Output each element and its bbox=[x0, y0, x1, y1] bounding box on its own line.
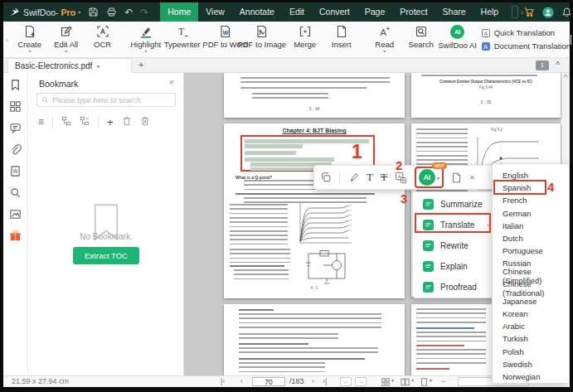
language-dutch[interactable]: Dutch bbox=[493, 232, 569, 244]
create-caret-icon[interactable]: ▾ bbox=[28, 49, 31, 54]
rail-thumbnails-icon[interactable] bbox=[9, 100, 22, 116]
print-icon[interactable] bbox=[106, 7, 117, 17]
typewriter-button[interactable]: T Typewriter ▾ bbox=[164, 22, 201, 58]
menu-view[interactable]: View bbox=[198, 2, 232, 22]
rail-attachments-icon[interactable] bbox=[9, 143, 22, 159]
bookmark-search-input[interactable] bbox=[52, 96, 168, 104]
underline-text-icon[interactable]: T bbox=[367, 171, 373, 184]
menu-annotate[interactable]: Annotate bbox=[232, 2, 282, 22]
search-button[interactable]: Search ▾ bbox=[403, 22, 439, 58]
highlight-caret-icon[interactable]: ▾ bbox=[144, 49, 147, 54]
extract-toc-button[interactable]: Extract TOC bbox=[73, 247, 139, 264]
pdf-page-3-35[interactable]: Common Emitter Output Characteristics (V… bbox=[411, 73, 561, 118]
menu-protect[interactable]: Protect bbox=[392, 2, 435, 22]
rail-bookmark-icon[interactable] bbox=[9, 79, 22, 94]
account-icon[interactable] bbox=[542, 7, 554, 18]
language-polish[interactable]: Polish bbox=[493, 345, 569, 357]
highlight-button[interactable]: Highlight ▾ bbox=[128, 22, 164, 58]
zoom-out-icon[interactable]: − bbox=[441, 377, 445, 385]
note-icon[interactable] bbox=[451, 172, 462, 183]
brand-caret-icon[interactable]: ▾ bbox=[78, 9, 80, 15]
two-page-view-icon[interactable] bbox=[401, 378, 410, 388]
pdf-page-bottom-left[interactable] bbox=[224, 304, 405, 375]
read-caret-icon[interactable]: ▾ bbox=[383, 49, 386, 54]
language-german[interactable]: German bbox=[493, 207, 569, 220]
expand-all-icon[interactable] bbox=[80, 114, 90, 129]
read-button[interactable]: A Read ▾ bbox=[367, 22, 403, 58]
merge-button[interactable]: Merge ▾ bbox=[287, 22, 323, 58]
titlebar-search-box[interactable]: Search bbox=[512, 6, 518, 18]
strikethrough-text-icon[interactable]: T bbox=[381, 171, 387, 184]
view-caret-icon[interactable]: ▾ bbox=[391, 377, 394, 383]
ocr-button[interactable]: OCR ▾ bbox=[85, 22, 121, 58]
menu-help[interactable]: Help bbox=[473, 2, 507, 22]
next-page-icon[interactable]: › bbox=[312, 377, 314, 385]
language-portuguese[interactable]: Portuguese bbox=[493, 244, 569, 257]
menu-item-proofread[interactable]: Proofread bbox=[413, 277, 494, 298]
bookmark-menu-icon[interactable]: ≡ bbox=[38, 116, 44, 128]
ai-assistant-button[interactable]: AI ▾ HOT bbox=[415, 167, 444, 188]
insert-button[interactable]: Insert ▾ bbox=[323, 22, 360, 58]
save-icon[interactable] bbox=[88, 7, 99, 17]
menu-item-rewrite[interactable]: Rewrite bbox=[413, 235, 494, 256]
swifdoo-ai-button[interactable]: AI SwifDoo AI ▾ bbox=[439, 22, 476, 58]
create-button[interactable]: Create ▾ bbox=[12, 22, 48, 58]
last-page-icon[interactable]: ›| bbox=[323, 377, 327, 385]
document-translation-button[interactable]: A Document Translation bbox=[481, 41, 571, 51]
bookmark-search-box[interactable] bbox=[36, 93, 176, 107]
language-italian[interactable]: Italian bbox=[493, 220, 569, 232]
thumbnail-view-icon[interactable] bbox=[381, 378, 390, 388]
undo-icon[interactable]: ↶ bbox=[124, 7, 133, 18]
language-arabic[interactable]: Arabic bbox=[493, 320, 569, 332]
menu-item-summarize[interactable]: Summarize bbox=[413, 194, 494, 215]
highlight-pen-icon[interactable] bbox=[347, 172, 359, 183]
active-document-tab[interactable]: Basic-Electronics.pdf ● bbox=[7, 58, 132, 73]
edit-all-button[interactable]: Edit All ▾ bbox=[48, 22, 85, 58]
prev-page-icon[interactable]: ‹ bbox=[240, 377, 243, 385]
redo-icon[interactable]: ↷ bbox=[140, 7, 148, 18]
language-swedish[interactable]: Swedish bbox=[493, 358, 569, 370]
language-korean[interactable]: Korean bbox=[493, 307, 569, 320]
collapse-all-icon[interactable] bbox=[61, 114, 71, 129]
new-tab-button[interactable]: + bbox=[138, 60, 143, 70]
language-french[interactable]: French bbox=[493, 194, 569, 206]
menu-share[interactable]: Share bbox=[435, 2, 473, 22]
cart-icon[interactable] bbox=[523, 7, 535, 17]
view-caret-icon[interactable]: ▾ bbox=[411, 377, 414, 383]
language-chinese-traditional[interactable]: Chinese (Traditional) bbox=[493, 283, 569, 295]
history-forward-icon[interactable]: → bbox=[355, 377, 367, 386]
delete-bookmark-icon[interactable] bbox=[122, 114, 132, 129]
language-japanese[interactable]: Japanese bbox=[493, 295, 569, 307]
menu-convert[interactable]: Convert bbox=[312, 2, 357, 22]
notification-bell-icon[interactable] bbox=[561, 7, 572, 17]
scroll-up-icon[interactable]: ^ bbox=[564, 73, 568, 80]
page-number-input[interactable] bbox=[252, 377, 285, 386]
history-back-icon[interactable]: ← bbox=[340, 377, 352, 386]
collapse-toolbar-icon[interactable]: ^ bbox=[556, 60, 560, 68]
panel-close-icon[interactable]: × bbox=[169, 78, 174, 87]
rail-snapshot-icon[interactable] bbox=[9, 208, 22, 224]
translate-icon[interactable]: A bbox=[395, 172, 407, 184]
view-caret-icon[interactable]: ▾ bbox=[430, 377, 432, 383]
close-toolbar-icon[interactable]: × bbox=[469, 172, 474, 182]
rail-comments-icon[interactable] bbox=[9, 122, 22, 138]
add-bookmark-icon[interactable]: + bbox=[107, 116, 114, 128]
menu-item-explain[interactable]: Explain bbox=[413, 256, 494, 277]
menu-edit[interactable]: Edit bbox=[282, 2, 312, 22]
rail-word-doc-icon[interactable]: W bbox=[9, 165, 22, 181]
pdf-page-3-34[interactable]: 3 - 34 bbox=[224, 73, 405, 118]
rail-search-icon[interactable] bbox=[9, 186, 22, 202]
delete-all-bookmarks-icon[interactable] bbox=[140, 114, 150, 129]
first-page-icon[interactable]: |‹ bbox=[221, 377, 225, 385]
menu-home[interactable]: Home bbox=[160, 2, 198, 22]
edit-all-caret-icon[interactable]: ▾ bbox=[65, 49, 67, 54]
pdf-to-image-button[interactable]: PDF to Image ▾ bbox=[244, 22, 280, 58]
copy-icon[interactable] bbox=[320, 172, 332, 183]
quick-translation-button[interactable]: A Quick Translation bbox=[481, 28, 571, 38]
rail-gift-icon[interactable] bbox=[9, 230, 22, 245]
language-turkish[interactable]: Turkish bbox=[493, 332, 569, 345]
language-norwegian[interactable]: Norwegian bbox=[493, 370, 569, 383]
toolbar-scroll-left-icon[interactable]: ‹ bbox=[6, 35, 9, 45]
menu-page[interactable]: Page bbox=[357, 2, 393, 22]
single-page-view-icon[interactable] bbox=[420, 378, 428, 388]
